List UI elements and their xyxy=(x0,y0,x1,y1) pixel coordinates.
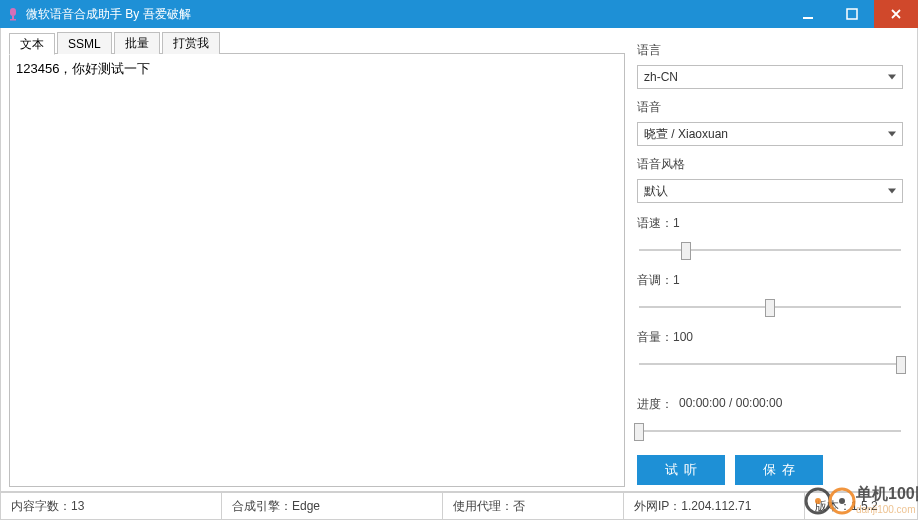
progress-slider[interactable] xyxy=(639,421,901,441)
svg-rect-3 xyxy=(803,17,813,19)
language-select[interactable]: zh-CN xyxy=(637,65,903,89)
window-titlebar: 微软语音合成助手 By 吾爱破解 xyxy=(0,0,918,28)
volume-label: 音量：100 xyxy=(637,329,903,346)
window-minimize-button[interactable] xyxy=(786,0,830,28)
text-input[interactable] xyxy=(9,54,625,487)
status-proxy: 使用代理：否 xyxy=(443,493,623,519)
language-label: 语言 xyxy=(637,42,903,59)
tab-donate[interactable]: 打赏我 xyxy=(162,32,220,54)
pitch-slider[interactable] xyxy=(639,297,901,317)
select-value: 默认 xyxy=(644,183,668,200)
progress-label: 进度： 00:00:00 / 00:00:00 xyxy=(637,396,903,413)
voice-label: 语音 xyxy=(637,99,903,116)
style-label: 语音风格 xyxy=(637,156,903,173)
pitch-label: 音调：1 xyxy=(637,272,903,289)
right-pane: 语言 zh-CN 语音 晓萱 / Xiaoxuan 语音风格 默认 语速：1 音… xyxy=(631,28,917,491)
status-char-count: 内容字数：13 xyxy=(1,493,221,519)
tab-label: SSML xyxy=(68,37,101,51)
save-button[interactable]: 保存 xyxy=(735,455,823,485)
tab-label: 打赏我 xyxy=(173,35,209,52)
window-maximize-button[interactable] xyxy=(830,0,874,28)
select-value: zh-CN xyxy=(644,70,678,84)
svg-rect-0 xyxy=(10,8,16,16)
app-icon xyxy=(6,7,20,21)
tab-label: 批量 xyxy=(125,35,149,52)
slider-thumb[interactable] xyxy=(681,242,691,260)
svg-rect-2 xyxy=(10,19,16,21)
slider-thumb[interactable] xyxy=(765,299,775,317)
tab-ssml[interactable]: SSML xyxy=(57,32,112,54)
status-engine: 合成引擎：Edge xyxy=(222,493,442,519)
slider-thumb[interactable] xyxy=(896,356,906,374)
status-bar: 内容字数：13 合成引擎：Edge 使用代理：否 外网IP：1.204.112.… xyxy=(0,492,918,520)
window-close-button[interactable] xyxy=(874,0,918,28)
window-title: 微软语音合成助手 By 吾爱破解 xyxy=(26,6,786,23)
voice-select[interactable]: 晓萱 / Xiaoxuan xyxy=(637,122,903,146)
speed-slider[interactable] xyxy=(639,240,901,260)
main-container: 文本 SSML 批量 打赏我 语言 zh-CN 语音 晓萱 / Xiaoxuan… xyxy=(0,28,918,492)
preview-button[interactable]: 试听 xyxy=(637,455,725,485)
volume-slider[interactable] xyxy=(639,354,901,374)
tab-batch[interactable]: 批量 xyxy=(114,32,160,54)
select-value: 晓萱 / Xiaoxuan xyxy=(644,126,728,143)
slider-thumb[interactable] xyxy=(634,423,644,441)
left-pane: 文本 SSML 批量 打赏我 xyxy=(1,28,631,491)
tab-text[interactable]: 文本 xyxy=(9,33,55,55)
svg-rect-4 xyxy=(847,9,857,19)
tab-bar: 文本 SSML 批量 打赏我 xyxy=(9,32,625,54)
tab-label: 文本 xyxy=(20,36,44,53)
status-version: 版本：1.5.2 xyxy=(805,493,917,519)
speed-label: 语速：1 xyxy=(637,215,903,232)
style-select[interactable]: 默认 xyxy=(637,179,903,203)
status-ext-ip: 外网IP：1.204.112.71 xyxy=(624,493,804,519)
window-buttons xyxy=(786,0,918,28)
